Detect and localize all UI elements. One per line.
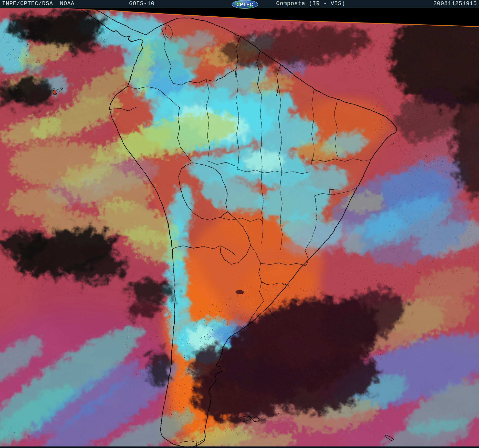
cptec-logo: CPTEC (231, 0, 258, 9)
satellite-label: GOES-10 (129, 0, 154, 8)
agency-label: NOAA (60, 0, 75, 8)
lake-outline (236, 290, 243, 294)
satellite-product-screen: INPE/CPTEC/DSA NOAA GOES-10 Composta (IR… (0, 0, 479, 448)
logo-text: CPTEC (236, 2, 253, 7)
satellite-composite-image (0, 8, 479, 448)
product-label: Composta (IR - VIS) (276, 0, 345, 8)
timestamp-label: 200811251915 (433, 0, 477, 8)
footer-bar (0, 446, 479, 448)
grain-overlay (0, 8, 479, 448)
goes-composite-canvas (0, 8, 479, 448)
source-label: INPE/CPTEC/DSA (2, 0, 53, 8)
